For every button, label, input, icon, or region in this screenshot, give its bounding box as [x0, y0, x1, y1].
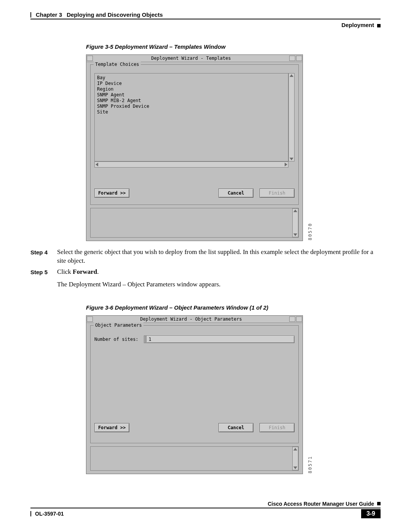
finish-button: Finish — [260, 189, 295, 198]
scroll-up-icon[interactable] — [290, 74, 293, 77]
minimize-button[interactable] — [289, 316, 295, 322]
horizontal-scrollbar[interactable] — [94, 161, 288, 168]
chapter-number: Chapter 3 — [36, 11, 62, 18]
list-item[interactable]: IP Device — [97, 81, 286, 86]
deployment-wizard-object-parameters-window: Deployment Wizard - Object Parameters Ob… — [86, 315, 303, 474]
cancel-button[interactable]: Cancel — [218, 189, 253, 198]
log-area — [90, 208, 299, 238]
section-heading: Deployment — [30, 22, 381, 28]
scroll-left-icon[interactable] — [96, 163, 98, 166]
titlebar: Deployment Wizard - Object Parameters — [86, 316, 303, 323]
maximize-button[interactable] — [296, 316, 302, 322]
log-vertical-scrollbar[interactable] — [292, 447, 298, 470]
param-label: Number of sites: — [94, 337, 139, 342]
figure-caption: Figure 3-5 Deployment Wizard – Templates… — [86, 43, 381, 50]
scroll-down-icon[interactable] — [290, 158, 293, 160]
vertical-scrollbar[interactable] — [288, 73, 295, 161]
running-header: Chapter 3 Deploying and Discovering Obje… — [30, 11, 381, 18]
step-body: Select the generic object that you wish … — [57, 248, 381, 265]
step-subtext: The Deployment Wizard – Object Parameter… — [57, 280, 381, 289]
titlebar: Deployment Wizard - Templates — [86, 55, 303, 62]
finish-button: Finish — [260, 423, 295, 432]
doc-number: OL-3597-01 — [35, 511, 64, 517]
page-footer: Cisco Access Router Manager User Guide O… — [30, 501, 381, 518]
figure-3-5: Deployment Wizard - Templates Template C… — [86, 54, 303, 241]
list-item[interactable]: SNMP MIB-2 Agent — [97, 98, 286, 104]
maximize-button[interactable] — [296, 56, 302, 61]
group-label: Template Choices — [94, 62, 141, 67]
image-number: 80570 — [307, 223, 313, 240]
step-label: Step 4 — [30, 248, 57, 265]
window-title: Deployment Wizard - Templates — [93, 56, 289, 61]
object-parameters-group: Object Parameters Number of sites: 1 For… — [90, 325, 299, 443]
number-of-sites-input[interactable]: 1 — [146, 335, 295, 343]
scroll-down-icon[interactable] — [293, 466, 297, 469]
minimize-button[interactable] — [289, 56, 295, 61]
window-menu-button[interactable] — [87, 316, 93, 322]
scroll-down-icon[interactable] — [293, 233, 297, 236]
deployment-wizard-templates-window: Deployment Wizard - Templates Template C… — [86, 54, 303, 241]
image-number: 80571 — [307, 456, 313, 473]
scroll-up-icon[interactable] — [293, 209, 297, 212]
cancel-button[interactable]: Cancel — [218, 423, 253, 432]
step-body: Click Forward. The Deployment Wizard – O… — [57, 268, 381, 289]
list-item[interactable]: SNMP Agent — [97, 92, 286, 98]
template-listbox[interactable]: Bay IP Device Region SNMP Agent SNMP MIB… — [94, 73, 288, 161]
figure-3-6: Deployment Wizard - Object Parameters Ob… — [86, 315, 303, 474]
scroll-right-icon[interactable] — [285, 163, 287, 166]
template-choices-group: Template Choices Bay IP Device Region SN… — [90, 64, 299, 205]
forward-button[interactable]: Forward >> — [94, 423, 129, 432]
log-area — [90, 446, 299, 471]
list-item[interactable]: Site — [97, 109, 286, 115]
chapter-title: Deploying and Discovering Objects — [67, 11, 163, 18]
window-title: Deployment Wizard - Object Parameters — [93, 316, 289, 322]
log-vertical-scrollbar[interactable] — [292, 208, 298, 237]
header-rule — [30, 19, 381, 19]
window-menu-button[interactable] — [87, 56, 93, 61]
figure-caption: Figure 3-6 Deployment Wizard – Object Pa… — [86, 304, 381, 311]
step-label: Step 5 — [30, 268, 57, 289]
doc-title: Cisco Access Router Manager User Guide — [268, 501, 374, 507]
step-list: Step 4 Select the generic object that yo… — [30, 248, 381, 289]
list-item[interactable]: SNMP Proxied Device — [97, 104, 286, 109]
list-item[interactable]: Region — [97, 86, 286, 92]
forward-button[interactable]: Forward >> — [94, 189, 129, 198]
scroll-up-icon[interactable] — [293, 448, 297, 451]
group-label: Object Parameters — [94, 323, 143, 328]
list-item[interactable]: Bay — [97, 75, 286, 81]
page-number: 3-9 — [361, 509, 381, 518]
